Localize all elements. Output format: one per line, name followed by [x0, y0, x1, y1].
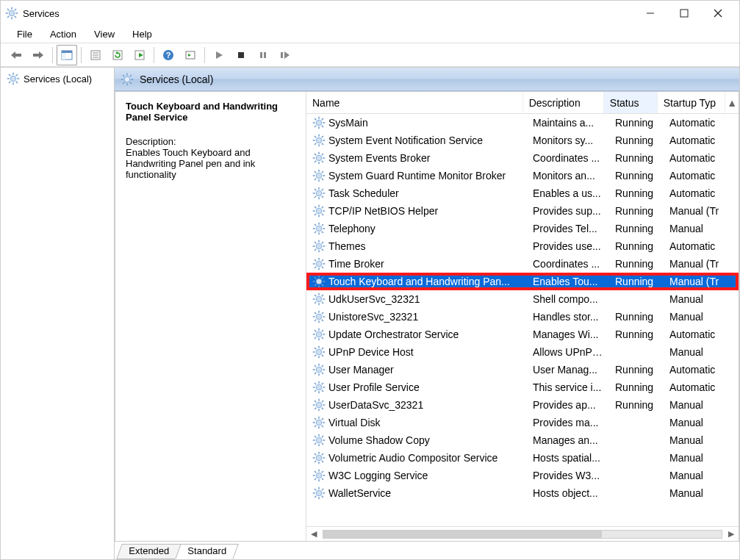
cell-description: Provides use...	[527, 240, 609, 252]
service-row[interactable]: UdkUserSvc_32321Shell compo...Manual	[306, 290, 739, 308]
service-row[interactable]: ThemesProvides use...RunningAutomatic	[306, 237, 739, 255]
help-button[interactable]: ?	[158, 45, 179, 65]
service-row[interactable]: System Events BrokerCoordinates ...Runni…	[306, 149, 739, 167]
service-row[interactable]: UnistoreSvc_32321Handles stor...RunningM…	[306, 308, 739, 326]
stop-service-button[interactable]	[231, 45, 251, 65]
forward-button[interactable]	[28, 45, 49, 65]
menu-action[interactable]: Action	[41, 27, 85, 41]
properties-button[interactable]	[85, 45, 106, 65]
gear-icon	[312, 240, 326, 253]
svg-line-64	[322, 118, 323, 120]
start-service-button[interactable]	[209, 45, 229, 65]
cell-status: Running	[609, 276, 664, 287]
scroll-right-icon[interactable]: ▶	[728, 529, 734, 539]
svg-line-244	[322, 471, 323, 473]
column-startup-type[interactable]: Startup Typ	[658, 92, 726, 113]
service-row[interactable]: TCP/IP NetBIOS HelperProvides sup...Runn…	[306, 202, 739, 220]
refresh-button[interactable]	[107, 45, 128, 65]
svg-text:?: ?	[166, 51, 171, 60]
service-row[interactable]: Volume Shadow CopyManages an...Manual	[306, 431, 739, 449]
svg-line-144	[315, 284, 316, 286]
maximize-button[interactable]	[667, 2, 701, 24]
gear-icon	[312, 169, 326, 182]
cell-name: Themes	[306, 240, 527, 253]
svg-line-43	[9, 74, 10, 76]
close-button[interactable]	[701, 2, 735, 24]
horizontal-scrollbar[interactable]: ◀ ▶	[306, 526, 739, 541]
column-name[interactable]: Name	[306, 92, 523, 113]
console-button[interactable]	[180, 45, 201, 65]
export-button[interactable]	[129, 45, 150, 65]
svg-rect-16	[33, 54, 39, 57]
selected-service-title: Touch Keyboard and Handwriting Panel Ser…	[126, 101, 295, 123]
svg-line-163	[322, 312, 323, 314]
service-row[interactable]: Time BrokerCoordinates ...RunningManual …	[306, 255, 739, 273]
tree-node-services-local[interactable]: Services (Local)	[4, 71, 111, 87]
service-row[interactable]: W3C Logging ServiceProvides W3...Manual	[306, 467, 739, 484]
titlebar[interactable]: Services	[1, 1, 739, 26]
column-description[interactable]: Description	[523, 92, 604, 113]
menu-view[interactable]: View	[85, 27, 123, 41]
svg-line-125	[322, 249, 323, 251]
service-row[interactable]: UPnP Device HostAllows UPnP ...Manual	[306, 343, 739, 361]
service-row[interactable]: Task SchedulerEnables a us...RunningAuto…	[306, 184, 739, 202]
service-row[interactable]: System Event Notification ServiceMonitor…	[306, 132, 739, 149]
gear-icon	[312, 469, 326, 482]
svg-line-162	[315, 320, 316, 321]
tree-node-label: Services (Local)	[24, 73, 92, 85]
svg-line-180	[315, 355, 316, 356]
service-row[interactable]: TelephonyProvides Tel...RunningManual	[306, 220, 739, 237]
service-row[interactable]: User ManagerUser Manag...RunningAutomati…	[306, 361, 739, 378]
column-status[interactable]: Status	[604, 92, 658, 113]
service-row[interactable]: UserDataSvc_32321Provides ap...RunningMa…	[306, 396, 739, 414]
svg-line-45	[9, 82, 10, 83]
service-row[interactable]: System Guard Runtime Monitor BrokerMonit…	[306, 167, 739, 184]
menu-help[interactable]: Help	[123, 27, 161, 41]
service-row[interactable]: User Profile ServiceThis service i...Run…	[306, 378, 739, 396]
pause-service-button[interactable]	[253, 45, 273, 65]
svg-line-169	[315, 330, 316, 331]
svg-rect-10	[680, 10, 688, 17]
svg-point-209	[316, 420, 322, 426]
cell-startup: Automatic	[664, 152, 733, 164]
cell-description: Monitors an...	[527, 170, 609, 182]
svg-point-128	[316, 261, 322, 267]
cell-name: SysMain	[306, 116, 527, 129]
svg-rect-14	[15, 54, 21, 57]
cell-description: Provides ap...	[527, 399, 609, 411]
tab-extended[interactable]: Extended	[116, 544, 182, 559]
svg-line-91	[322, 171, 323, 173]
tab-standard[interactable]: Standard	[175, 544, 238, 559]
cell-startup: Automatic	[664, 187, 733, 199]
cell-description: Provides ma...	[527, 417, 609, 428]
scrollbar-thumb[interactable]	[323, 530, 722, 539]
back-button[interactable]	[6, 45, 26, 65]
svg-line-250	[315, 489, 316, 490]
scroll-up-icon[interactable]: ▲	[725, 97, 739, 109]
service-row[interactable]: Touch Keyboard and Handwriting Pan...Ena…	[306, 273, 739, 290]
minimize-button[interactable]	[633, 2, 667, 24]
cell-startup: Automatic	[664, 381, 733, 393]
svg-point-191	[316, 384, 322, 390]
cell-description: Allows UPnP ...	[527, 346, 609, 358]
svg-point-56	[316, 120, 322, 126]
svg-rect-18	[62, 51, 72, 53]
service-row[interactable]: Volumetric Audio Compositor ServiceHosts…	[306, 449, 739, 467]
svg-line-5	[7, 9, 9, 10]
service-row[interactable]: SysMainMaintains a...RunningAutomatic	[306, 114, 739, 132]
tree-pane: Services (Local)	[1, 68, 115, 559]
cell-status: Running	[609, 240, 664, 252]
svg-point-227	[316, 455, 322, 461]
svg-line-115	[315, 224, 316, 226]
svg-line-52	[123, 75, 124, 76]
gear-icon	[312, 134, 326, 147]
svg-point-119	[316, 243, 322, 249]
restart-service-button[interactable]	[275, 45, 295, 65]
show-hide-tree-button[interactable]	[57, 45, 77, 65]
service-row[interactable]: WalletServiceHosts object...Manual	[306, 484, 739, 502]
menu-file[interactable]: File	[8, 27, 41, 41]
scroll-left-icon[interactable]: ◀	[311, 529, 317, 539]
svg-marker-32	[216, 51, 223, 59]
service-row[interactable]: Virtual DiskProvides ma...Manual	[306, 414, 739, 431]
service-row[interactable]: Update Orchestrator ServiceManages Wi...…	[306, 326, 739, 343]
